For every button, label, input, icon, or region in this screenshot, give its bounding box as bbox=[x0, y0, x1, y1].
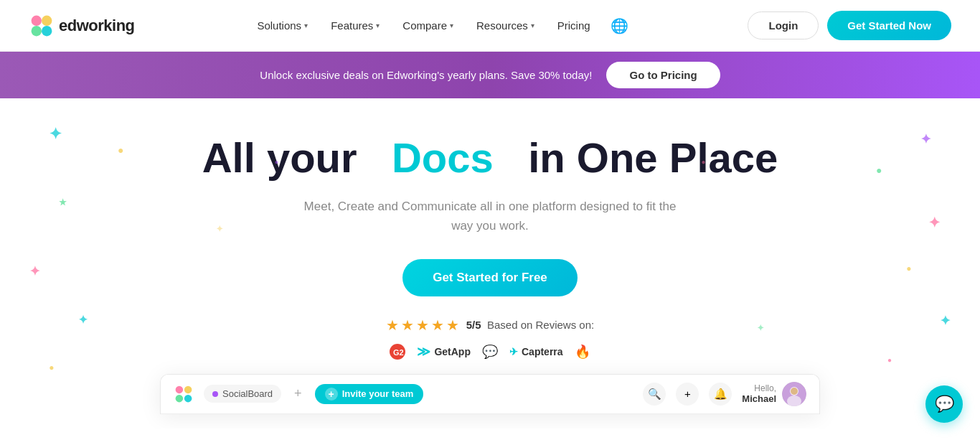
deco-dot-7: ● bbox=[274, 158, 278, 166]
star-3: ★ bbox=[416, 317, 429, 334]
star-4: ★ bbox=[431, 317, 444, 334]
promo-text: Unlock exclusive deals on Edworking's ye… bbox=[260, 69, 592, 81]
nav-pricing[interactable]: Pricing bbox=[549, 14, 599, 37]
logo-text: edworking bbox=[59, 17, 135, 35]
deco-dot-3: ● bbox=[49, 362, 54, 373]
app-bar: SocialBoard + + Invite your team 🔍 + 🔔 H… bbox=[161, 375, 819, 414]
hero-cta-button[interactable]: Get Started for Free bbox=[402, 259, 578, 296]
hero-subtext: Meet, Create and Communicate all in one … bbox=[303, 197, 677, 235]
nav-resources[interactable]: Resources ▾ bbox=[468, 14, 543, 37]
features-label: Features bbox=[331, 19, 373, 32]
rating-value: 5/5 Based on Reviews on: bbox=[466, 319, 594, 331]
invite-button[interactable]: + Invite your team bbox=[315, 384, 424, 404]
svg-point-2 bbox=[32, 26, 42, 36]
resources-chevron-icon: ▾ bbox=[531, 22, 534, 29]
app-user-info: Hello, Michael bbox=[742, 382, 806, 406]
add-icon-btn[interactable]: + bbox=[676, 383, 699, 406]
solutions-label: Solutions bbox=[257, 19, 301, 32]
nav-compare[interactable]: Compare ▾ bbox=[394, 14, 462, 37]
deco-dot-1: ● bbox=[118, 144, 123, 156]
hero-headline: All your Docs in One Place bbox=[202, 134, 778, 182]
user-avatar bbox=[782, 382, 806, 406]
pricing-label: Pricing bbox=[557, 19, 590, 32]
invite-plus-icon: + bbox=[325, 388, 338, 401]
chat-icon: 💬 bbox=[935, 395, 954, 413]
star-5: ★ bbox=[446, 317, 459, 334]
deco-cross-2: ✦ bbox=[29, 263, 40, 279]
nav-features[interactable]: Features ▾ bbox=[322, 14, 388, 37]
navbar: edworking Solutions ▾ Features ▾ Compare… bbox=[0, 0, 980, 52]
app-tab-name: SocialBoard bbox=[222, 388, 273, 399]
deco-dot-6: ● bbox=[887, 356, 892, 364]
svg-point-0 bbox=[32, 15, 42, 25]
deco-cross-1: ✦ bbox=[49, 125, 62, 144]
hero-section: ✦ ● ★ ✦ ✦ ● ✦ ● ✦ ● ✦ ● ✦ ● ● ✦ All your… bbox=[0, 98, 980, 429]
get-started-button[interactable]: Get Started Now bbox=[827, 11, 951, 40]
review-platforms: G2 ≫ GetApp 💬 ✈ Capterra 🔥 bbox=[390, 344, 590, 360]
nav-actions: Login Get Started Now bbox=[748, 11, 951, 40]
headline-highlight: Docs bbox=[392, 134, 494, 181]
deco-cross-5: ✦ bbox=[940, 313, 951, 329]
resources-label: Resources bbox=[476, 19, 528, 32]
go-to-pricing-button[interactable]: Go to Pricing bbox=[606, 62, 720, 88]
logo[interactable]: edworking bbox=[29, 13, 135, 39]
g2-logo: G2 bbox=[390, 344, 405, 360]
headline-post: in One Place bbox=[528, 134, 778, 181]
nav-links: Solutions ▾ Features ▾ Compare ▾ Resourc… bbox=[135, 11, 748, 40]
app-preview: SocialBoard + + Invite your team 🔍 + 🔔 H… bbox=[160, 374, 820, 414]
tab-plus-icon[interactable]: + bbox=[291, 386, 305, 401]
deco-cross-4: ✦ bbox=[928, 214, 941, 231]
svg-point-6 bbox=[176, 385, 184, 393]
user-greeting: Hello, bbox=[742, 383, 776, 393]
deco-dot-2: ★ bbox=[59, 197, 67, 207]
svg-point-7 bbox=[184, 385, 192, 393]
app-tab[interactable]: SocialBoard bbox=[204, 385, 281, 403]
deco-dot-4: ● bbox=[876, 164, 882, 176]
getapp-logo: ≫ GetApp bbox=[417, 344, 471, 360]
globe-icon[interactable]: 🌐 bbox=[605, 11, 634, 40]
promo-banner: Unlock exclusive deals on Edworking's ye… bbox=[0, 52, 980, 98]
svg-point-3 bbox=[42, 26, 52, 36]
deco-star-1: ✦ bbox=[78, 313, 88, 327]
reviews-row: ★ ★ ★ ★ ★ 5/5 Based on Reviews on: bbox=[386, 317, 594, 334]
compare-chevron-icon: ▾ bbox=[450, 22, 453, 29]
capterra-logo: ✈ Capterra bbox=[509, 346, 563, 357]
deco-dot-5: ● bbox=[906, 263, 911, 273]
headline-pre: All your bbox=[202, 134, 357, 181]
search-icon-btn[interactable]: 🔍 bbox=[643, 383, 666, 406]
login-button[interactable]: Login bbox=[748, 11, 819, 39]
svg-point-1 bbox=[42, 15, 52, 25]
app-tab-dot bbox=[212, 391, 218, 397]
star-2: ★ bbox=[401, 317, 414, 334]
bell-icon-btn[interactable]: 🔔 bbox=[709, 383, 732, 406]
svg-text:G2: G2 bbox=[393, 348, 404, 357]
svg-point-8 bbox=[176, 394, 184, 402]
deco-cross-6: ✦ bbox=[216, 224, 223, 234]
solutions-chevron-icon: ▾ bbox=[304, 22, 308, 29]
review-chat-icon: 💬 bbox=[482, 344, 498, 360]
compare-label: Compare bbox=[402, 19, 447, 32]
star-1: ★ bbox=[386, 317, 399, 334]
user-name: Michael bbox=[742, 393, 776, 404]
chat-bubble[interactable]: 💬 bbox=[925, 385, 963, 423]
svg-point-9 bbox=[184, 394, 192, 402]
deco-cross-7: ✦ bbox=[757, 323, 764, 333]
producthunt-logo: 🔥 bbox=[575, 344, 590, 360]
nav-solutions[interactable]: Solutions ▾ bbox=[248, 14, 316, 37]
svg-point-13 bbox=[791, 388, 798, 395]
deco-cross-3: ✦ bbox=[920, 131, 931, 147]
deco-dot-8: ● bbox=[701, 158, 705, 166]
features-chevron-icon: ▾ bbox=[376, 22, 380, 29]
star-rating: ★ ★ ★ ★ ★ bbox=[386, 317, 459, 334]
